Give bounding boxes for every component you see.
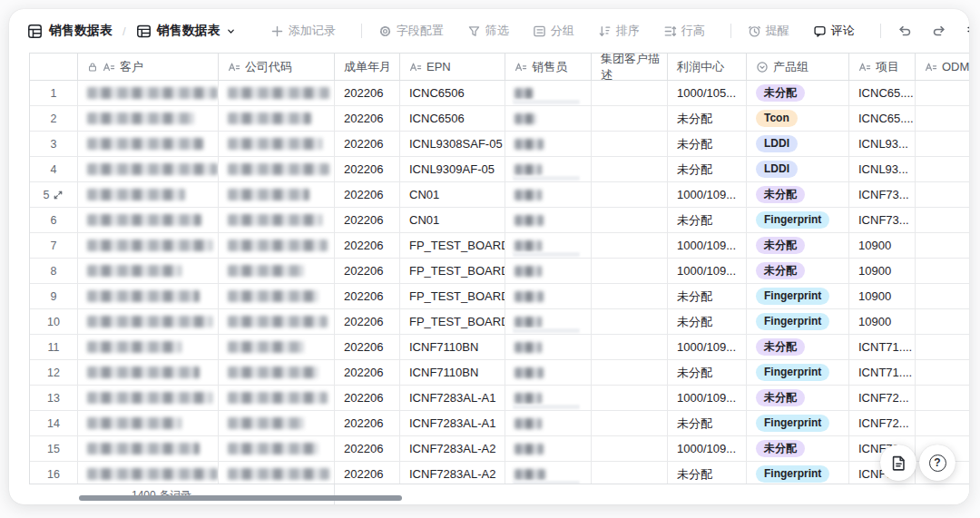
group-customer-desc-cell[interactable] — [592, 309, 668, 335]
salesperson-cell[interactable] — [505, 81, 592, 106]
product-group-cell[interactable]: Fingerprint — [747, 309, 849, 335]
company-code-cell[interactable] — [219, 284, 335, 309]
company-code-cell[interactable] — [219, 106, 335, 132]
company-code-cell[interactable] — [219, 360, 335, 386]
row-number-cell[interactable]: 12 — [30, 360, 78, 386]
header-odm[interactable]: ODM — [916, 54, 969, 81]
profit-center-cell[interactable]: 未分配 — [668, 309, 747, 335]
group-customer-desc-cell[interactable] — [592, 81, 668, 106]
undo-button[interactable] — [897, 24, 912, 38]
header-profit-center[interactable]: 利润中心 — [668, 54, 747, 81]
epn-cell[interactable]: ICNL9309AF-05 — [400, 157, 505, 182]
salesperson-cell[interactable] — [505, 360, 592, 386]
salesperson-cell[interactable] — [505, 106, 592, 132]
header-row-number[interactable] — [30, 54, 78, 81]
odm-cell[interactable] — [916, 106, 969, 132]
epn-cell[interactable]: ICNF7283AL-A1 — [400, 411, 505, 436]
salesperson-cell[interactable] — [505, 411, 592, 436]
customer-cell[interactable] — [78, 386, 219, 411]
group-customer-desc-cell[interactable] — [592, 411, 668, 436]
project-cell[interactable]: 10900 — [849, 284, 916, 309]
table-row[interactable]: 15 202206 ICNF7283AL-A2 1000/109... 未分配 … — [30, 436, 969, 462]
odm-cell[interactable] — [916, 81, 969, 106]
product-group-cell[interactable]: 未分配 — [747, 259, 849, 284]
customer-cell[interactable] — [78, 309, 219, 335]
epn-cell[interactable]: ICNF7283AL-A1 — [400, 386, 505, 411]
profit-center-cell[interactable]: 1000/105... — [668, 81, 747, 106]
odm-cell[interactable] — [916, 309, 969, 335]
table-row[interactable]: 1 202206 ICNC6506 1000/105... 未分配 ICNC65… — [30, 81, 969, 106]
order-month-cell[interactable]: 202206 — [335, 462, 400, 484]
field-config-button[interactable]: 字段配置 — [378, 23, 444, 39]
profit-center-cell[interactable]: 1000/109... — [668, 259, 747, 284]
profit-center-cell[interactable]: 1000/109... — [668, 233, 747, 259]
table-row[interactable]: 13 202206 ICNF7283AL-A1 1000/109... 未分配 … — [30, 386, 969, 411]
odm-cell[interactable] — [916, 259, 969, 284]
customer-cell[interactable] — [78, 132, 219, 157]
row-number-cell[interactable]: 11 — [30, 335, 78, 360]
customer-cell[interactable] — [78, 335, 219, 360]
order-month-cell[interactable]: 202206 — [335, 157, 400, 182]
redo-button[interactable] — [932, 24, 946, 38]
customer-cell[interactable] — [78, 360, 219, 386]
odm-cell[interactable] — [916, 411, 969, 436]
table-row[interactable]: 16 202206 ICNF7283AL-A2 未分配 Fingerprint … — [30, 462, 969, 484]
project-cell[interactable]: ICNF73... — [849, 182, 916, 208]
group-customer-desc-cell[interactable] — [592, 462, 668, 484]
company-code-cell[interactable] — [219, 462, 335, 484]
order-month-cell[interactable]: 202206 — [335, 259, 400, 284]
epn-cell[interactable]: ICNC6506 — [400, 106, 505, 132]
customer-cell[interactable] — [78, 284, 219, 309]
group-customer-desc-cell[interactable] — [592, 157, 668, 182]
product-group-cell[interactable]: 未分配 — [747, 182, 849, 208]
epn-cell[interactable]: ICNF7110BN — [400, 360, 505, 386]
row-number-cell[interactable]: 6 — [30, 208, 78, 233]
header-epn[interactable]: EPN — [400, 54, 505, 81]
odm-cell[interactable] — [916, 132, 969, 157]
company-code-cell[interactable] — [219, 309, 335, 335]
project-cell[interactable]: ICNF72... — [849, 411, 916, 436]
product-group-cell[interactable]: Fingerprint — [747, 284, 849, 309]
breadcrumb-table[interactable]: 销售数据表 — [27, 23, 113, 39]
customer-cell[interactable] — [78, 81, 219, 106]
group-customer-desc-cell[interactable] — [592, 208, 668, 233]
customer-cell[interactable] — [78, 436, 219, 462]
company-code-cell[interactable] — [219, 233, 335, 259]
group-customer-desc-cell[interactable] — [592, 106, 668, 132]
project-cell[interactable]: ICNT71.... — [849, 335, 916, 360]
company-code-cell[interactable] — [219, 411, 335, 436]
customer-cell[interactable] — [78, 233, 219, 259]
table-row[interactable]: 6 202206 CN01 未分配 Fingerprint ICNF73... — [30, 208, 969, 233]
header-company-code[interactable]: 公司代码 — [219, 54, 335, 81]
row-number-cell[interactable]: 9 — [30, 284, 78, 309]
table-row[interactable]: 2 202206 ICNC6506 未分配 Tcon ICNC65.... — [30, 106, 969, 132]
epn-cell[interactable]: FP_TEST_BOARD... — [400, 309, 505, 335]
project-cell[interactable]: ICNC65.... — [849, 81, 916, 106]
company-code-cell[interactable] — [219, 436, 335, 462]
table-row[interactable]: 3 202206 ICNL9308SAF-05 未分配 LDDI ICNL93.… — [30, 132, 969, 157]
project-cell[interactable]: ICNF73... — [849, 208, 916, 233]
salesperson-cell[interactable] — [505, 335, 592, 360]
odm-cell[interactable] — [916, 157, 969, 182]
salesperson-cell[interactable] — [505, 259, 592, 284]
customer-cell[interactable] — [78, 157, 219, 182]
group-customer-desc-cell[interactable] — [592, 436, 668, 462]
product-group-cell[interactable]: 未分配 — [747, 436, 849, 462]
customer-cell[interactable] — [78, 259, 219, 284]
order-month-cell[interactable]: 202206 — [335, 411, 400, 436]
group-customer-desc-cell[interactable] — [592, 335, 668, 360]
company-code-cell[interactable] — [219, 157, 335, 182]
row-number-cell[interactable]: 1 — [30, 81, 78, 106]
group-customer-desc-cell[interactable] — [592, 132, 668, 157]
salesperson-cell[interactable] — [505, 309, 592, 335]
table-row[interactable]: 9 202206 FP_TEST_BOARD... 未分配 Fingerprin… — [30, 284, 969, 309]
row-number-cell[interactable]: 15 — [30, 436, 78, 462]
product-group-cell[interactable]: 未分配 — [747, 81, 849, 106]
company-code-cell[interactable] — [219, 259, 335, 284]
group-customer-desc-cell[interactable] — [592, 182, 668, 208]
horizontal-scrollbar[interactable] — [79, 495, 402, 501]
header-group-customer-desc[interactable]: 集团客户描述 — [592, 54, 668, 81]
profit-center-cell[interactable]: 未分配 — [668, 360, 747, 386]
table-row[interactable]: 5 202206 CN01 1000/109... 未分配 ICNF73... — [30, 182, 969, 208]
product-group-cell[interactable]: 未分配 — [747, 233, 849, 259]
